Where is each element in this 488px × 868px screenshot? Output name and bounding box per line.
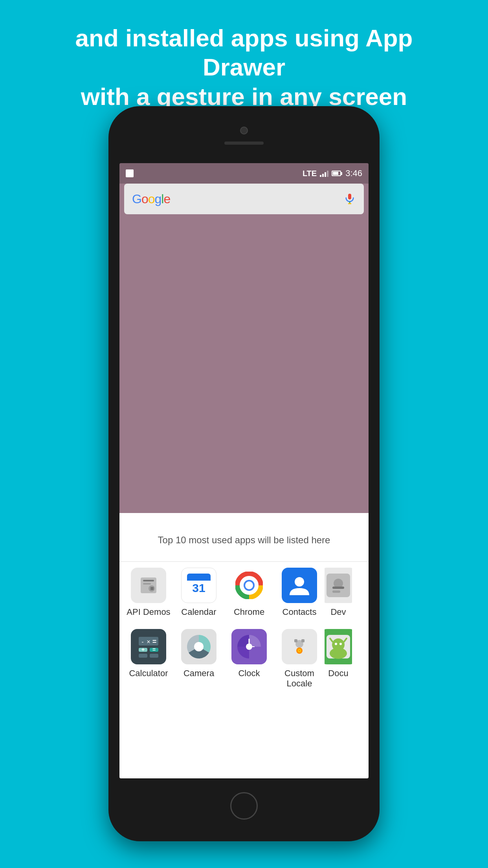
calculator-icon: = - × + =	[131, 629, 166, 664]
clock-label: Clock	[238, 668, 260, 679]
svg-rect-30	[139, 654, 147, 658]
phone-camera	[240, 127, 248, 134]
svg-point-49	[339, 643, 342, 645]
app-item-dev[interactable]: Dev	[325, 568, 352, 617]
svg-rect-7	[150, 587, 154, 590]
phone-speaker	[224, 142, 264, 145]
app-item-api-demos[interactable]: API Demos	[123, 568, 174, 617]
phone-screen: LTE 3:46 Google	[119, 163, 369, 778]
status-right: LTE 3:46	[303, 168, 362, 178]
google-logo: Google	[132, 192, 170, 206]
custom-locale-label: Custom Locale	[274, 668, 325, 689]
svg-text:-: -	[141, 638, 143, 645]
app-item-contacts[interactable]: Contacts	[274, 568, 325, 617]
svg-point-33	[194, 642, 204, 651]
phone-body: LTE 3:46 Google	[108, 106, 380, 841]
app-item-custom-locale[interactable]: Custom Locale	[274, 629, 325, 689]
dev-icon	[325, 568, 352, 603]
svg-rect-19	[332, 587, 344, 589]
svg-rect-4	[143, 580, 154, 581]
svg-point-16	[295, 577, 304, 587]
calendar-icon: 31	[181, 568, 216, 603]
custom-locale-icon	[282, 629, 317, 664]
svg-point-44	[299, 650, 300, 651]
svg-point-14	[245, 581, 253, 589]
sim-icon	[126, 169, 134, 177]
svg-point-48	[335, 643, 337, 645]
chrome-label: Chrome	[234, 607, 264, 617]
apps-row-2: = - × + = Calculator	[119, 623, 369, 695]
app-item-clock[interactable]: Clock	[224, 629, 274, 689]
api-demos-icon	[131, 568, 166, 603]
svg-rect-10	[187, 578, 211, 581]
contacts-icon	[282, 568, 317, 603]
docu-icon	[325, 629, 352, 664]
app-item-calendar[interactable]: 31 Calendar	[174, 568, 224, 617]
svg-rect-31	[150, 654, 158, 658]
svg-point-47	[332, 638, 345, 651]
svg-text:31: 31	[192, 581, 205, 594]
status-left	[126, 169, 134, 177]
lte-indicator: LTE	[303, 169, 317, 178]
svg-rect-20	[332, 590, 340, 593]
svg-text:=: =	[152, 646, 156, 653]
battery-icon	[332, 171, 342, 176]
calendar-label: Calendar	[181, 607, 216, 617]
svg-rect-40	[294, 639, 297, 642]
phone-mockup: LTE 3:46 Google	[108, 106, 380, 841]
docu-label: Docu	[328, 668, 348, 679]
app-item-docu[interactable]: Docu	[325, 629, 352, 689]
header-line1: and installed apps using App Drawer	[31, 24, 457, 82]
svg-rect-5	[143, 583, 151, 585]
app-item-camera[interactable]: Camera	[174, 629, 224, 689]
svg-text:×: ×	[147, 638, 150, 645]
status-bar: LTE 3:46	[119, 163, 369, 184]
svg-rect-0	[348, 194, 351, 200]
clock-icon	[231, 629, 267, 664]
app-drawer: Top 10 most used apps will be listed her…	[119, 513, 369, 778]
status-time: 3:46	[345, 168, 362, 178]
app-item-calculator[interactable]: = - × + = Calculator	[123, 629, 174, 689]
signal-bars	[320, 170, 328, 177]
svg-text:=: =	[152, 638, 157, 645]
api-demos-label: API Demos	[127, 607, 170, 617]
dev-label: Dev	[330, 607, 346, 617]
google-search-bar[interactable]: Google	[124, 184, 364, 214]
camera-label: Camera	[183, 668, 214, 679]
camera-icon	[181, 629, 216, 664]
wallpaper	[119, 214, 369, 513]
svg-text:+: +	[141, 646, 145, 653]
drawer-hint: Top 10 most used apps will be listed her…	[119, 513, 369, 562]
calculator-label: Calculator	[129, 668, 168, 679]
phone-home-button[interactable]	[230, 792, 258, 820]
app-item-chrome[interactable]: Chrome	[224, 568, 274, 617]
contacts-label: Contacts	[283, 607, 317, 617]
svg-rect-41	[301, 639, 305, 642]
mic-icon[interactable]	[343, 193, 356, 205]
chrome-icon	[231, 568, 267, 603]
apps-row-1: API Demos 31 Calendar	[119, 562, 369, 623]
